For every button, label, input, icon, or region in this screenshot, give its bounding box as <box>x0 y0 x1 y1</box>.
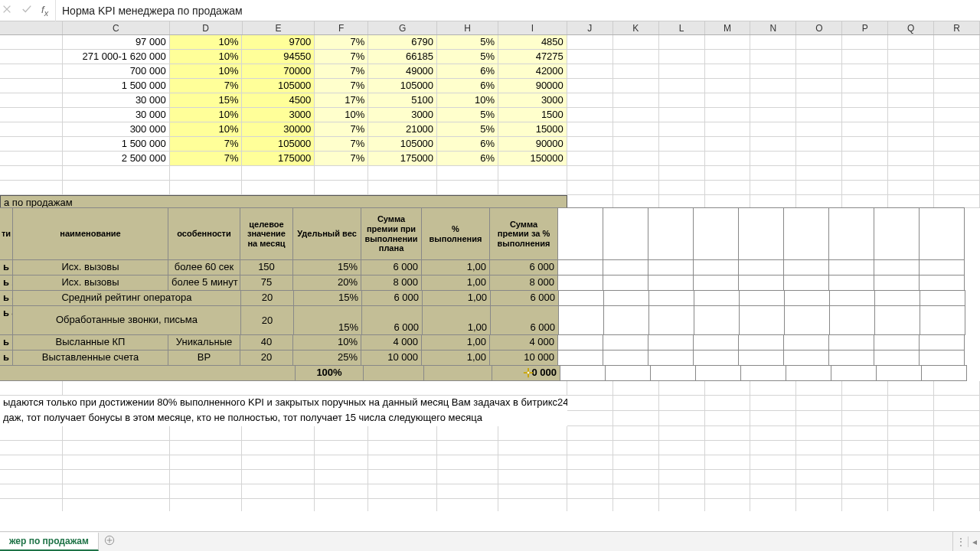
col-header[interactable]: J <box>567 21 613 34</box>
col-header[interactable]: L <box>659 21 705 34</box>
cancel-icon[interactable] <box>2 4 12 17</box>
col-header[interactable]: H <box>437 21 498 34</box>
kpi-row[interactable]: ь 1Исх. вызовыболее 60 сек15015%6 0001,0… <box>0 260 980 276</box>
sheet-tabs: жер по продажам ⋮ ◂ <box>0 531 980 551</box>
col-header[interactable]: R <box>934 21 980 34</box>
tab-slider-icon[interactable]: ⋮ <box>952 532 968 551</box>
formula-bar: fx Норма KPI менеджера по продажам <box>0 0 980 21</box>
kpi-title-row[interactable]: а по продажам <box>0 195 980 208</box>
col-header[interactable]: C <box>63 21 170 34</box>
spreadsheet-grid[interactable]: C D E F G H I J K L M N O P Q R 97 00010… <box>0 21 980 511</box>
col-header[interactable]: O <box>796 21 842 34</box>
empty-row[interactable] <box>0 166 980 181</box>
col-header[interactable]: Q <box>888 21 934 34</box>
empty-row[interactable] <box>0 381 980 396</box>
col-header[interactable]: G <box>368 21 437 34</box>
empty-row[interactable] <box>0 455 980 470</box>
hscroll-left-icon[interactable]: ◂ <box>968 536 980 547</box>
empty-row[interactable] <box>0 484 980 499</box>
svg-point-0 <box>527 371 530 374</box>
cursor-icon <box>523 367 534 381</box>
column-headers[interactable]: C D E F G H I J K L M N O P Q R <box>0 21 980 35</box>
data-row[interactable]: 271 000-1 620 00010%945507%661855%47275 <box>0 50 980 64</box>
data-row[interactable]: 30 00010%300010%30005%1500 <box>0 108 980 122</box>
empty-row[interactable] <box>0 470 980 484</box>
data-row[interactable]: 1 500 0007%1050007%1050006%90000 <box>0 137 980 152</box>
col-header[interactable]: M <box>705 21 751 34</box>
data-row[interactable]: 700 00010%700007%490006%42000 <box>0 64 980 79</box>
data-row[interactable]: 1 500 0007%1050007%1050006%90000 <box>0 79 980 93</box>
kpi-row[interactable]: ь 2Исх. вызовыболее 5 минут7520%8 0001,0… <box>0 276 980 291</box>
empty-row[interactable] <box>0 499 980 511</box>
fx-icon[interactable]: fx <box>41 4 48 18</box>
kpi-row[interactable]: ь 3Средний рейтинг оператора2015%6 0001,… <box>0 291 980 306</box>
confirm-icon[interactable] <box>21 4 32 17</box>
note-row[interactable]: даж, тот получает бонусы в этом месяце, … <box>0 411 980 426</box>
empty-row[interactable] <box>0 426 980 441</box>
kpi-row[interactable]: ь 7Выставленные счетаВР2025%10 0001,0010… <box>0 350 980 366</box>
kpi-total-row[interactable]: 100%0 000 <box>0 366 980 381</box>
col-header[interactable]: F <box>315 21 368 34</box>
empty-row[interactable] <box>0 441 980 455</box>
data-row[interactable]: 97 00010%97007%67905%4850 <box>0 35 980 50</box>
formula-input[interactable]: Норма KPI менеджера по продажам <box>55 0 980 21</box>
add-sheet-button[interactable] <box>99 535 120 549</box>
kpi-row[interactable]: ь 4Обработанные звонки, письма2015%6 000… <box>0 306 980 335</box>
sheet-tab-active[interactable]: жер по продажам <box>0 533 99 551</box>
empty-row[interactable] <box>0 181 980 195</box>
col-header[interactable]: E <box>243 21 315 34</box>
data-row[interactable]: 2 500 0007%1750007%1750006%150000 <box>0 152 980 166</box>
col-header[interactable]: K <box>613 21 659 34</box>
kpi-row[interactable]: ь 5Высланные КПУникальные4010%4 0001,004… <box>0 335 980 350</box>
note-row[interactable]: ыдаются только при достижении 80% выполн… <box>0 396 980 411</box>
col-header[interactable]: D <box>170 21 243 34</box>
col-header[interactable]: P <box>842 21 888 34</box>
data-row[interactable]: 300 00010%300007%210005%15000 <box>0 122 980 137</box>
col-header[interactable]: I <box>498 21 567 34</box>
data-row[interactable]: 30 00015%450017%510010%3000 <box>0 93 980 108</box>
kpi-header-row: тинаименованиеособенностицелевое значени… <box>0 208 980 260</box>
col-header[interactable]: N <box>750 21 796 34</box>
